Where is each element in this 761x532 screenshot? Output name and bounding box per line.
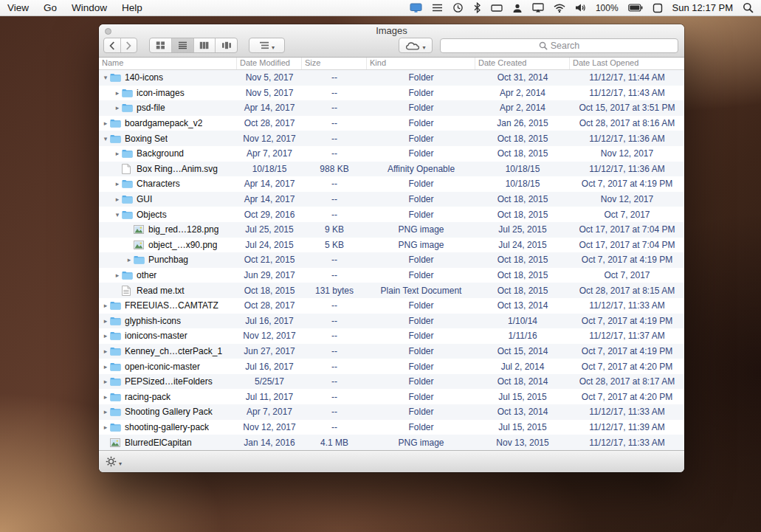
file-kind: PNG image (367, 240, 475, 250)
file-row[interactable]: ▾140-iconsNov 5, 2017--FolderOct 31, 201… (99, 70, 684, 86)
file-name: Punchbag (148, 255, 188, 265)
file-row[interactable]: ▸open-iconic-masterJul 16, 2017--FolderJ… (99, 359, 684, 374)
file-row[interactable]: ▸CharactersApr 14, 2017--Folder10/18/15O… (99, 176, 684, 192)
file-row[interactable]: BlurredElCapitanJan 14, 20164.1 MBPNG im… (99, 435, 684, 450)
disclosure-triangle[interactable]: ▸ (113, 180, 122, 187)
rounded-square-icon[interactable] (652, 3, 663, 13)
disclosure-triangle[interactable]: ▸ (113, 89, 122, 97)
file-row[interactable]: Box Ring…Anim.svg10/18/15988 KBAffinity … (99, 162, 684, 177)
volume-icon[interactable] (575, 3, 586, 13)
battery-icon[interactable] (628, 4, 643, 12)
coverflow-view-button[interactable] (215, 38, 237, 52)
window-chrome: Images (99, 24, 684, 58)
file-row[interactable]: ▸racing-packJul 11, 2017--FolderJul 15, … (99, 389, 684, 404)
file-name-cell: ▸psd-file (99, 103, 237, 113)
file-row[interactable]: Read me.txtOct 18, 2015131 bytesPlain Te… (99, 283, 684, 298)
disclosure-triangle[interactable]: ▸ (101, 302, 110, 309)
file-kind: Affinity Openable (367, 164, 475, 174)
disclosure-triangle[interactable]: ▸ (113, 272, 122, 279)
list-icon[interactable] (432, 3, 443, 13)
file-opened: Oct 28, 2017 at 8:17 AM (570, 376, 684, 387)
forward-button[interactable] (120, 38, 137, 52)
chevron-down-icon (119, 455, 122, 469)
file-row[interactable]: ▸icon-imagesNov 5, 2017--FolderApr 2, 20… (99, 86, 684, 101)
disclosure-triangle[interactable]: ▸ (125, 256, 134, 263)
file-kind: Folder (367, 134, 475, 144)
disclosure-triangle[interactable]: ▸ (113, 104, 122, 111)
column-header-kind[interactable]: Kind (367, 58, 475, 69)
file-row[interactable]: ▸boardgamepack_v2Oct 28, 2017--FolderJan… (99, 116, 684, 131)
back-button[interactable] (104, 38, 120, 52)
file-row[interactable]: ▸FREEUIAS…CAMTATZOct 28, 2017--FolderOct… (99, 298, 684, 314)
user-icon[interactable] (512, 3, 523, 13)
file-row[interactable]: ▸glyphish-iconsJul 16, 2017--Folder1/10/… (99, 314, 684, 329)
column-header-date-created[interactable]: Date Created (475, 58, 570, 69)
disclosure-triangle[interactable]: ▸ (101, 408, 110, 415)
file-kind: Folder (367, 118, 475, 128)
window-control-button[interactable] (105, 28, 111, 35)
file-row[interactable]: ▸Shooting Gallery PackApr 7, 2017--Folde… (99, 404, 684, 420)
file-row[interactable]: ▾ObjectsOct 29, 2016--FolderOct 18, 2015… (99, 207, 684, 222)
file-row[interactable]: ▾Boxing SetNov 12, 2017--FolderOct 18, 2… (99, 131, 684, 146)
column-header-date-modified[interactable]: Date Modified (237, 58, 302, 69)
file-kind: Folder (367, 316, 475, 326)
menu-help[interactable]: Help (122, 0, 142, 15)
disclosure-triangle[interactable]: ▸ (113, 196, 122, 203)
file-name: Boxing Set (125, 134, 168, 144)
disclosure-triangle[interactable]: ▾ (113, 211, 122, 218)
airplay-icon[interactable] (532, 3, 544, 13)
time-machine-icon[interactable] (452, 2, 464, 13)
file-row[interactable]: ▸shooting-gallery-packNov 12, 2017--Fold… (99, 420, 684, 435)
file-kind: Folder (367, 194, 475, 204)
disclosure-triangle[interactable]: ▸ (101, 120, 110, 127)
list-view-button[interactable] (171, 38, 193, 52)
disclosure-triangle[interactable]: ▸ (101, 317, 110, 325)
bluetooth-icon[interactable] (473, 2, 481, 13)
file-row[interactable]: ▸psd-fileApr 14, 2017--FolderApr 2, 2014… (99, 100, 684, 116)
file-row[interactable]: big_red…128.pngJul 25, 20159 KBPNG image… (99, 222, 684, 238)
file-row[interactable]: ▸Kenney_ch…cterPack_1Jun 27, 2017--Folde… (99, 344, 684, 359)
column-view-button[interactable] (193, 38, 216, 52)
title-bar[interactable]: Images (99, 24, 684, 37)
disclosure-triangle[interactable]: ▸ (113, 150, 122, 157)
action-menu-button[interactable] (106, 455, 122, 469)
column-header-name[interactable]: Name (99, 58, 237, 69)
share-button[interactable] (399, 38, 433, 53)
file-row[interactable]: ▸ionicons-masterNov 12, 2017--Folder1/11… (99, 328, 684, 344)
disclosure-triangle[interactable]: ▾ (101, 135, 110, 142)
keyboard-icon[interactable] (491, 4, 503, 13)
disclosure-triangle[interactable]: ▸ (101, 378, 110, 385)
column-header-size[interactable]: Size (302, 58, 367, 69)
file-row[interactable]: ▸BackgroundApr 7, 2017--FolderOct 18, 20… (99, 146, 684, 162)
spotlight-icon[interactable] (743, 2, 754, 13)
disclosure-triangle[interactable]: ▾ (101, 74, 110, 81)
menu-view[interactable]: View (7, 0, 29, 15)
column-header-date-last-opened[interactable]: Date Last Opened (570, 58, 684, 69)
file-row[interactable]: object_…x90.pngJul 24, 20155 KBPNG image… (99, 238, 684, 253)
wifi-icon[interactable] (554, 4, 565, 13)
disclosure-triangle[interactable]: ▸ (101, 348, 110, 355)
file-row[interactable]: ▸otherJun 29, 2017--FolderOct 18, 2015Oc… (99, 268, 684, 283)
menu-clock[interactable]: Sun 12:17 PM (672, 2, 733, 13)
file-row[interactable]: ▸PEPSized…iteFolders5/25/17--FolderOct 1… (99, 374, 684, 390)
folder-icon (110, 301, 123, 310)
file-row[interactable]: ▸GUIApr 14, 2017--FolderOct 18, 2015Nov … (99, 192, 684, 207)
file-opened: 11/12/17, 11:39 AM (570, 422, 684, 432)
file-row[interactable]: ▸PunchbagOct 21, 2015--FolderOct 18, 201… (99, 252, 684, 268)
folder-icon (134, 255, 146, 264)
file-modified: Jul 11, 2017 (237, 392, 302, 402)
icon-view-button[interactable] (150, 38, 171, 52)
file-kind: Folder (367, 422, 475, 432)
display-icon[interactable] (410, 3, 422, 13)
arrange-button[interactable] (249, 38, 285, 53)
search-input[interactable]: Search (440, 38, 678, 53)
disclosure-triangle[interactable]: ▸ (101, 332, 110, 339)
disclosure-triangle[interactable]: ▸ (101, 424, 110, 431)
disclosure-triangle[interactable]: ▸ (101, 393, 110, 401)
menu-go[interactable]: Go (44, 0, 57, 15)
file-size: -- (302, 179, 367, 189)
menu-window[interactable]: Window (72, 0, 107, 15)
file-name: FREEUIAS…CAMTATZ (125, 300, 218, 311)
file-opened: Nov 12, 2017 (570, 148, 684, 159)
disclosure-triangle[interactable]: ▸ (101, 363, 110, 370)
